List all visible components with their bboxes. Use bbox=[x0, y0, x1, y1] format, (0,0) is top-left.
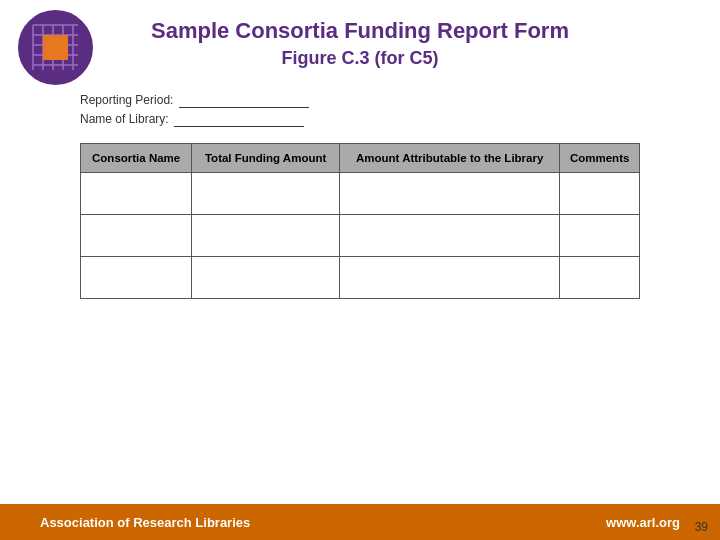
title-main: Sample Consortia Funding Report Form bbox=[20, 18, 700, 44]
cell-amount-1[interactable] bbox=[339, 173, 559, 215]
table-row bbox=[81, 215, 640, 257]
cell-amount-2[interactable] bbox=[339, 215, 559, 257]
cell-funding-1[interactable] bbox=[192, 173, 340, 215]
form-fields: Reporting Period: Name of Library: bbox=[0, 79, 720, 139]
col-total-funding: Total Funding Amount bbox=[192, 144, 340, 173]
title-sub: Figure C.3 (for C5) bbox=[20, 48, 700, 69]
footer: Association of Research Libraries www.ar… bbox=[0, 504, 720, 540]
header: Sample Consortia Funding Report Form Fig… bbox=[0, 0, 720, 79]
page-number: 39 bbox=[695, 520, 708, 534]
reporting-period-field: Reporting Period: bbox=[80, 93, 640, 108]
cell-consortia-1[interactable] bbox=[81, 173, 192, 215]
col-comments: Comments bbox=[560, 144, 640, 173]
cell-consortia-3[interactable] bbox=[81, 257, 192, 299]
cell-funding-2[interactable] bbox=[192, 215, 340, 257]
reporting-period-underline[interactable] bbox=[179, 93, 309, 108]
footer-right: www.arl.org bbox=[606, 515, 680, 530]
col-amount-attributable: Amount Attributable to the Library bbox=[339, 144, 559, 173]
cell-comments-2[interactable] bbox=[560, 215, 640, 257]
col-consortia-name: Consortia Name bbox=[81, 144, 192, 173]
name-of-library-label: Name of Library: bbox=[80, 112, 169, 126]
cell-consortia-2[interactable] bbox=[81, 215, 192, 257]
cell-comments-3[interactable] bbox=[560, 257, 640, 299]
table-container: Consortia Name Total Funding Amount Amou… bbox=[0, 139, 720, 504]
name-of-library-field: Name of Library: bbox=[80, 112, 640, 127]
reporting-period-label: Reporting Period: bbox=[80, 93, 173, 107]
table-header-row: Consortia Name Total Funding Amount Amou… bbox=[81, 144, 640, 173]
name-of-library-underline[interactable] bbox=[174, 112, 304, 127]
cell-comments-1[interactable] bbox=[560, 173, 640, 215]
footer-left: Association of Research Libraries bbox=[40, 515, 250, 530]
cell-funding-3[interactable] bbox=[192, 257, 340, 299]
svg-rect-11 bbox=[43, 35, 68, 60]
funding-table: Consortia Name Total Funding Amount Amou… bbox=[80, 143, 640, 299]
table-row bbox=[81, 257, 640, 299]
logo bbox=[18, 10, 93, 85]
cell-amount-3[interactable] bbox=[339, 257, 559, 299]
page: Sample Consortia Funding Report Form Fig… bbox=[0, 0, 720, 540]
table-row bbox=[81, 173, 640, 215]
